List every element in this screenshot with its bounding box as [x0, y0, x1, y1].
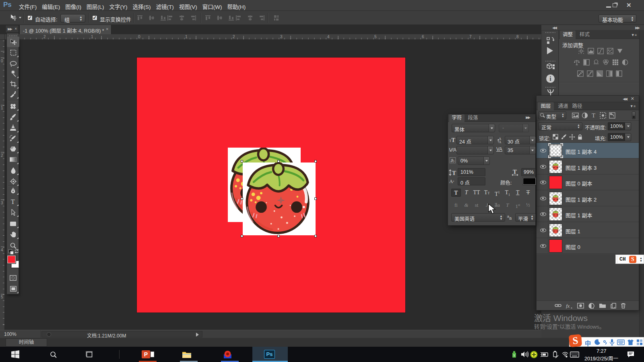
- svg-text:A: A: [499, 140, 502, 144]
- svg-text:T: T: [592, 112, 595, 119]
- svg-text:T: T: [452, 170, 456, 176]
- svg-text:fx: fx: [566, 303, 570, 309]
- svg-text:T: T: [513, 169, 517, 175]
- svg-text:T: T: [11, 199, 15, 205]
